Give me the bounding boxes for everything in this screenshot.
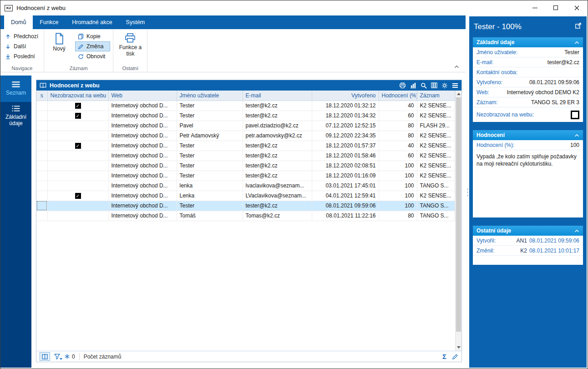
tab-funkce[interactable]: Funkce [33, 15, 65, 29]
row-checkbox-cell[interactable] [47, 171, 108, 181]
popout-button[interactable] [575, 22, 582, 29]
row-checkbox-cell[interactable] [47, 151, 108, 161]
row-marker-cell[interactable] [36, 131, 47, 141]
row-checkbox-cell[interactable] [47, 191, 108, 201]
sum-button[interactable]: Σ [442, 353, 446, 360]
section-header-hodnoceni[interactable]: Hodnocení [473, 130, 583, 140]
vertical-scrollbar[interactable] [455, 91, 461, 351]
table-row[interactable]: Internetový obchod D... Tester tester@k2… [36, 151, 455, 161]
new-button[interactable]: Nový [47, 31, 71, 61]
cell-rating: 80 [379, 131, 417, 141]
sidebar-item-seznam[interactable]: Seznam [0, 76, 31, 102]
table-row[interactable]: Internetový obchod D... Tester tester@k2… [36, 161, 455, 171]
column-header-zaznam[interactable]: Záznam [417, 91, 455, 101]
column-header-email[interactable]: E-mail [243, 91, 312, 101]
row-checkbox-cell[interactable] [47, 131, 108, 141]
row-checkbox-cell[interactable] [47, 111, 108, 121]
previous-button[interactable]: Předchozí [3, 31, 41, 41]
row-checkbox-cell[interactable] [47, 101, 108, 111]
refresh-button[interactable]: Obnovit [75, 51, 110, 61]
close-button[interactable] [566, 0, 587, 15]
column-header-web[interactable]: Web [108, 91, 177, 101]
panel-splitter[interactable] [466, 16, 469, 368]
row-marker-cell[interactable] [36, 181, 47, 191]
field-value[interactable]: tester@k2.cz [547, 59, 579, 66]
collapse-ribbon-button[interactable] [454, 65, 459, 68]
field-value[interactable]: Internetový obchod DEMO K2 [507, 89, 579, 96]
table-row[interactable]: Internetový obchod D... Tester tester@k2… [36, 141, 455, 151]
frozen-rows-indicator[interactable]: 0 [64, 354, 75, 360]
tab-domu[interactable]: Domů [4, 15, 33, 29]
arrow-down-to-bar-icon [5, 54, 11, 60]
table-row[interactable]: Internetový obchod D... Tester tester@k2… [36, 171, 455, 181]
row-checkbox-cell[interactable] [47, 201, 108, 211]
row-marker-cell[interactable] [36, 121, 47, 131]
ribbon-group-navigace: Předchozí Další Poslední Navigace [0, 29, 44, 72]
rating-value[interactable]: 100 [570, 142, 579, 148]
table-row[interactable]: Internetový obchod D... Tester tester@k2… [36, 111, 455, 121]
row-marker-cell[interactable] [36, 171, 47, 181]
tab-system[interactable]: Systém [119, 15, 152, 29]
row-checkbox-cell[interactable] [47, 121, 108, 131]
row-marker-cell[interactable] [36, 111, 47, 121]
row-checkbox-cell[interactable] [47, 141, 108, 151]
maximize-button[interactable] [545, 0, 566, 15]
menu-icon[interactable] [452, 83, 458, 88]
table-row[interactable]: Internetový obchod D... Pavel pavel.dzia… [36, 121, 455, 131]
table-row[interactable]: Internetový obchod D... Petr Adamovský p… [36, 131, 455, 141]
hide-on-web-checkbox[interactable] [571, 111, 579, 119]
row-marker-cell[interactable] [36, 161, 47, 171]
row-marker-cell[interactable] [36, 141, 47, 151]
field-value[interactable]: 08.01.2021 09:59:06 [529, 79, 579, 86]
last-button[interactable]: Poslední [3, 51, 41, 61]
new-document-icon [55, 33, 64, 45]
sidebar-item-label: Seznam [6, 90, 26, 96]
chart-icon[interactable] [410, 82, 416, 88]
row-checkbox-cell[interactable] [47, 161, 108, 171]
column-header-jmeno[interactable]: Jméno uživatele [177, 91, 243, 101]
row-checkbox-cell[interactable] [47, 211, 108, 221]
section-header-ostatni-udaje[interactable]: Ostatní údaje [473, 226, 583, 236]
filter-button[interactable] [54, 354, 60, 359]
print-icon[interactable] [399, 82, 406, 89]
copy-button[interactable]: Kopie [75, 31, 110, 41]
table-row[interactable]: Internetový obchod D... Tomáš Tomas@k2.c… [36, 211, 455, 221]
gear-icon[interactable] [441, 82, 448, 89]
sidebar-item-zakladni-udaje[interactable]: Základní údaje [0, 102, 31, 130]
row-marker-cell[interactable] [36, 101, 47, 111]
next-button[interactable]: Další [3, 41, 41, 51]
rating-note[interactable]: Vypadá ,že kolo zatím splňuje požadavky … [473, 150, 583, 217]
cell-email: tester@k2.cz [243, 151, 312, 161]
column-header-nezobrazovat[interactable]: Nezobrazovat na webu [47, 91, 108, 101]
section-header-zakladni-udaje[interactable]: Základní údaje [473, 37, 583, 47]
table-row[interactable]: Internetový obchod D... lenka lvaclaviko… [36, 181, 455, 191]
view-mode-button[interactable] [40, 352, 50, 361]
row-checkbox-cell[interactable] [47, 181, 108, 191]
tab-hromadne-akce[interactable]: Hromadné akce [65, 15, 119, 29]
edit-pencil-icon [452, 354, 458, 360]
edit-pencil-button[interactable] [452, 354, 458, 360]
row-marker-cell[interactable] [36, 191, 47, 201]
cell-created: 18.12.2020 01:57:37 [312, 141, 379, 151]
scroll-down-arrow[interactable] [456, 344, 461, 351]
column-header-s[interactable]: s [36, 91, 47, 101]
table-row[interactable]: Internetový obchod D... Tester tester@k2… [36, 201, 455, 211]
columns-icon[interactable] [431, 82, 437, 88]
field-value[interactable]: TANGO SL 29 ER 3 [531, 99, 579, 106]
column-header-hodnoceni[interactable]: Hodnocení (%) [379, 91, 417, 101]
change-button[interactable]: Změna [75, 41, 110, 51]
row-marker-cell[interactable] [36, 151, 47, 161]
scroll-up-arrow[interactable] [456, 91, 461, 97]
minimize-button[interactable] [524, 0, 545, 15]
row-marker-cell[interactable] [36, 201, 47, 211]
search-icon[interactable] [421, 82, 427, 89]
field-value[interactable]: Tester [564, 49, 579, 56]
scrollbar-thumb[interactable] [456, 97, 461, 332]
column-header-vytvoreno[interactable]: Vytvořeno [312, 91, 379, 101]
row-marker-cell[interactable] [36, 211, 47, 221]
table-row[interactable]: Internetový obchod D... Lenka LVaclaviko… [36, 191, 455, 201]
main-area: Hodnocení z webu [31, 72, 466, 368]
functions-print-button[interactable]: Funkce a tisk [116, 31, 144, 57]
cell-created: 18.12.2020 02:08:51 [312, 161, 379, 171]
table-row[interactable]: Internetový obchod D... Tester tester@k2… [36, 101, 455, 111]
